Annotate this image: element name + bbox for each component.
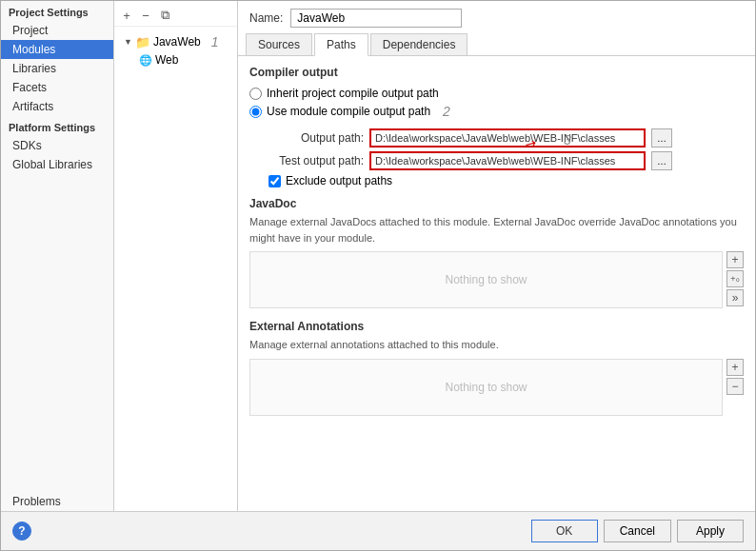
sidebar-item-artifacts[interactable]: Artifacts [1,97,113,116]
bottom-right: OK Cancel Apply [531,520,744,542]
tree-node-web[interactable]: 🌐 Web [118,51,233,69]
annotations-actions: + − [726,359,744,416]
sidebar-item-project[interactable]: Project [1,21,113,40]
javadoc-add-button[interactable]: + [726,251,744,268]
sidebar-item-problems[interactable]: Problems [1,492,113,511]
javadoc-description: Manage external JavaDocs attached to thi… [249,214,744,246]
test-output-path-browse-button[interactable]: … [651,151,672,170]
apply-button[interactable]: Apply [677,520,744,542]
tree-child-label: Web [155,53,178,67]
radio-inherit-row: Inherit project compile output path [249,87,744,100]
external-annotations-content: Nothing to show + − [249,359,744,416]
javadoc-more-button[interactable]: » [726,289,744,306]
copy-module-button[interactable]: ⧉ [156,7,173,24]
javadoc-nothing-box: Nothing to show [249,251,723,308]
tree-area: + − ⧉ ▼ 📁 JavaWeb 1 🌐 Web [114,1,238,511]
javadoc-actions: + +₀ » [726,251,744,308]
annotations-add-button[interactable]: + [726,359,744,376]
radio-inherit[interactable] [249,88,262,100]
remove-module-button[interactable]: − [137,7,154,24]
external-annotations-section: External Annotations Manage external ann… [249,320,744,416]
tree-node-label: JavaWeb [153,35,201,49]
radio-use-module-row: Use module compile output path 2 [249,104,744,119]
javadoc-nothing-text: Nothing to show [445,273,527,286]
ok-button[interactable]: OK [531,520,598,542]
tabs-row: Sources Paths Dependencies [238,33,755,56]
sidebar-item-sdks[interactable]: SDKs [1,136,113,155]
output-path-label: Output path: [269,131,364,145]
tab-sources[interactable]: Sources [246,33,312,55]
add-module-button[interactable]: + [118,7,135,24]
tab-paths[interactable]: Paths [314,33,368,56]
main-area: Project Settings Project Modules Librari… [1,1,755,511]
javadoc-content: Nothing to show + +₀ » [249,251,744,308]
output-path-input[interactable] [369,128,646,148]
radio-inherit-label: Inherit project compile output path [267,87,439,100]
sidebar-item-global-libraries[interactable]: Global Libraries [1,155,113,174]
test-output-path-row: Test output path: … [269,151,744,170]
tab-dependencies[interactable]: Dependencies [370,33,468,55]
name-label: Name: [249,11,283,25]
compiler-output-title: Compiler output [249,66,744,79]
folder-icon: 📁 [135,35,150,49]
javadoc-add-from-button[interactable]: +₀ [726,270,744,287]
test-output-path-input[interactable] [369,151,646,170]
exclude-row: Exclude output paths [269,174,744,187]
javadoc-section: JavaDoc Manage external JavaDocs attache… [249,197,744,308]
project-settings-dialog: Project Settings Project Modules Librari… [0,0,756,551]
sidebar-section-project-settings: Project Settings [1,1,113,21]
tree-arrow-icon: ▼ [124,37,132,47]
compiler-output-section: Compiler output Inherit project compile … [249,66,744,187]
external-annotations-title: External Annotations [249,320,744,333]
annotations-nothing-text: Nothing to show [445,381,527,394]
step1-label: 1 [211,34,219,49]
tree-toolbar: + − ⧉ [114,5,237,27]
step3-label: 3 [564,132,571,148]
sidebar-item-modules[interactable]: Modules [1,40,113,59]
content-area: Name: Sources Paths Dependencies Compile… [238,1,755,511]
bottom-bar: ? OK Cancel Apply [1,511,755,550]
help-button[interactable]: ? [12,521,31,541]
cancel-button[interactable]: Cancel [604,520,671,542]
output-path-browse-button[interactable]: … [651,128,672,148]
exclude-label: Exclude output paths [286,174,392,187]
annotations-remove-button[interactable]: − [726,378,744,395]
sidebar: Project Settings Project Modules Librari… [1,1,114,511]
step2-label: 2 [443,104,450,119]
content-body: Compiler output Inherit project compile … [238,56,755,511]
tree-node-javaweb[interactable]: ▼ 📁 JavaWeb 1 [118,32,233,51]
name-row: Name: [238,1,755,33]
radio-group: Inherit project compile output path Use … [249,87,744,119]
sidebar-item-libraries[interactable]: Libraries [1,59,113,78]
test-output-path-label: Test output path: [269,154,364,167]
output-path-row: Output path: … [269,128,744,148]
external-annotations-description: Manage external annotations attached to … [249,337,744,353]
radio-use-module-label: Use module compile output path [267,105,430,118]
web-file-icon: 🌐 [139,54,152,67]
bottom-left: ? [12,521,31,541]
javadoc-title: JavaDoc [249,197,744,210]
radio-use-module[interactable] [249,106,262,118]
annotations-nothing-box: Nothing to show [249,359,723,416]
sidebar-section-platform-settings: Platform Settings [1,116,113,136]
sidebar-item-facets[interactable]: Facets [1,78,113,97]
exclude-checkbox[interactable] [269,175,281,187]
name-input[interactable] [290,9,462,28]
